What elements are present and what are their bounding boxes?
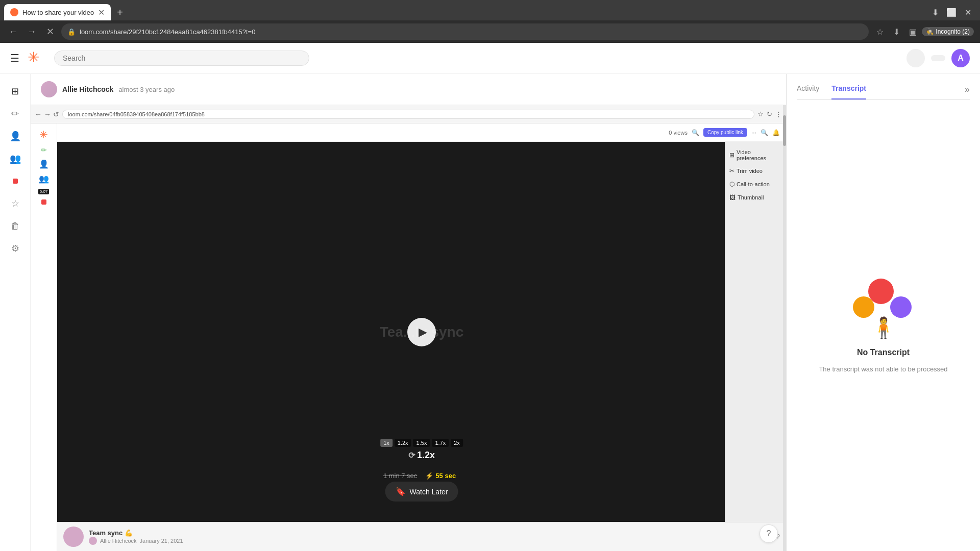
inner-icon-1[interactable]: ✏ — [41, 146, 47, 154]
no-transcript-desc: The transcript was not able to be proces… — [819, 365, 947, 373]
header-circle-1[interactable] — [906, 49, 925, 67]
loom-logo-icon: ✳ — [28, 49, 39, 65]
loom-logo: ✳ — [28, 49, 46, 67]
browser-chrome: How to share your video ✕ + ⬇ ⬜ ✕ ← → ✕ … — [0, 0, 980, 43]
play-button[interactable]: ▶ — [407, 318, 436, 346]
inner-search-icon[interactable]: 🔍 — [692, 129, 699, 136]
author-time: almost 3 years ago — [118, 86, 175, 93]
panel-expand-icon[interactable]: » — [965, 84, 970, 99]
menu-button[interactable]: ☰ — [10, 52, 19, 64]
inner-record-icon — [41, 199, 46, 205]
inner-back-button[interactable]: ← — [35, 110, 42, 118]
inner-toolbar-icons: ☆ ↻ ⋮ — [757, 110, 782, 118]
browser-toolbar: ← → ✕ 🔒 loom.com/share/29f210bc12484eaa8… — [0, 20, 980, 43]
speed-2x[interactable]: 2x — [451, 439, 463, 447]
author-avatar — [41, 81, 57, 97]
sidebar-item-trash[interactable]: 🗑 — [6, 217, 24, 235]
author-name: Allie Hitchcock — [62, 85, 113, 93]
close-tab-icon[interactable]: ✕ — [98, 8, 105, 17]
speed-1-7x[interactable]: 1.7x — [432, 439, 449, 447]
browser-tab-active[interactable]: How to share your video ✕ — [4, 4, 111, 20]
time-new: ⚡ 55 sec — [421, 470, 460, 481]
sidebar-item-home[interactable]: ⊞ — [6, 82, 24, 101]
inner-views: 0 views — [669, 130, 688, 136]
sidebar-item-edit[interactable]: ✏ — [6, 105, 24, 123]
inner-more-btn[interactable]: ··· — [751, 129, 756, 136]
inner-header: 0 views 🔍 Copy public link ··· 🔍 🔔 — [57, 123, 786, 142]
download-icon[interactable]: ⬇ — [889, 24, 903, 39]
image-icon: 🖼 — [729, 194, 736, 201]
sidebar-item-group[interactable]: 👥 — [6, 149, 24, 168]
inner-video-title: Team sync 💪 — [89, 529, 771, 537]
watch-later-button[interactable]: 🔖 Watch Later — [385, 482, 458, 502]
sidebar-item-user[interactable]: 👤 — [6, 127, 24, 145]
scrollbar[interactable] — [783, 105, 786, 551]
speed-1-2x[interactable]: 1.2x — [395, 439, 411, 447]
inner-menu-cta[interactable]: ⬡ Call-to-action — [729, 180, 782, 189]
inner-menu-thumbnail[interactable]: 🖼 Thumbnail — [729, 193, 782, 202]
tab-activity[interactable]: Activity — [797, 84, 819, 99]
window-minimize[interactable]: ⬇ — [929, 6, 941, 18]
grid-icon: ⊞ — [729, 152, 734, 159]
inner-address-bar[interactable]: loom.com/share/04fb05839405408ea868f174f… — [62, 110, 754, 119]
inner-icon-2[interactable]: 👤 — [39, 159, 49, 169]
inner-menu-trim[interactable]: ✂ Trim video — [729, 166, 782, 176]
inner-more-icon[interactable]: ⋮ — [775, 110, 782, 118]
figure-icon: 🧍 — [871, 316, 896, 340]
sidebar-item-settings[interactable]: ⚙ — [6, 239, 24, 258]
right-panel: Activity Transcript » 🧍 No Transcript Th… — [786, 74, 980, 551]
app-body: ⊞ ✏ 👤 👥 ☆ 🗑 ⚙ Allie Hitchcock almost 3 y… — [0, 74, 980, 551]
new-tab-button[interactable]: + — [113, 5, 127, 19]
window-close[interactable]: ✕ — [962, 6, 974, 18]
window-controls: ⬇ ⬜ ✕ — [929, 6, 980, 18]
inner-browser-toolbar: ← → ↺ loom.com/share/04fb05839405408ea86… — [31, 105, 786, 123]
inner-copy-btn[interactable]: Copy public link — [703, 128, 747, 137]
inner-reload-button[interactable]: ↺ — [53, 110, 59, 118]
reload-button[interactable]: ✕ — [43, 24, 57, 39]
inner-menu-video-prefs-label: Video preferences — [737, 149, 782, 161]
window-restore[interactable]: ⬜ — [945, 6, 958, 18]
tab-title: How to share your video — [22, 9, 94, 16]
lightning-icon: ⚡ — [425, 472, 433, 480]
scroll-thumb[interactable] — [783, 115, 786, 146]
back-button[interactable]: ← — [6, 24, 20, 39]
inner-bottom-bar: Team sync 💪 Allie Hitchcock January 21, … — [57, 522, 786, 551]
bookmark-icon[interactable]: ☆ — [873, 24, 887, 39]
speed-value: 1.2x — [417, 450, 435, 461]
search-bar[interactable] — [54, 51, 309, 66]
address-bar[interactable]: 🔒 loom.com/share/29f210bc12484eaa81ca462… — [61, 23, 869, 40]
tab-transcript[interactable]: Transcript — [831, 84, 866, 99]
inner-menu-trim-label: Trim video — [737, 168, 763, 174]
watch-later-icon: 🔖 — [396, 487, 406, 496]
user-avatar[interactable]: A — [951, 49, 970, 67]
inner-bell-icon[interactable]: 🔔 — [772, 129, 780, 136]
inner-refresh-icon[interactable]: ↻ — [767, 110, 772, 118]
inner-video-player[interactable]: Tea...ly sync ⊞ Video preferences — [57, 142, 786, 522]
no-transcript-area: 🧍 No Transcript The transcript was not a… — [797, 110, 970, 541]
inner-time-badge: 0:07 — [38, 189, 50, 194]
main-content: Allie Hitchcock almost 3 years ago ← → ↺ — [31, 74, 786, 551]
inner-menu-video-prefs[interactable]: ⊞ Video preferences — [729, 148, 782, 162]
search-input[interactable] — [54, 51, 309, 66]
inner-video-info: Team sync 💪 Allie Hitchcock January 21, … — [89, 529, 771, 545]
inner-menu-thumbnail-label: Thumbnail — [738, 194, 764, 201]
inner-author: Allie Hitchcock — [100, 538, 137, 544]
inner-forward-button[interactable]: → — [44, 110, 51, 118]
speed-1-5x[interactable]: 1.5x — [413, 439, 430, 447]
speed-overlay: 1x 1.2x 1.5x 1.7x 2x ⟳ 1.2 — [380, 439, 463, 461]
sidebar-item-record[interactable] — [6, 172, 24, 190]
inner-icon-3[interactable]: 👥 — [39, 174, 49, 184]
sidebar-item-star[interactable]: ☆ — [6, 194, 24, 213]
header-action-button[interactable] — [931, 55, 945, 61]
toolbar-icons: ☆ ⬇ ▣ 🕵 Incognito (2) — [873, 24, 974, 39]
speed-1x[interactable]: 1x — [380, 439, 393, 447]
inner-search-btn-2[interactable]: 🔍 — [761, 129, 768, 136]
inner-star-icon[interactable]: ☆ — [757, 110, 764, 118]
forward-button[interactable]: → — [24, 24, 39, 39]
help-button[interactable]: ? — [760, 524, 778, 543]
inner-user-avatar — [63, 527, 84, 547]
extensions-icon[interactable]: ▣ — [905, 24, 920, 39]
inner-sub-avatar — [89, 537, 97, 545]
record-icon — [13, 179, 18, 184]
lock-icon: 🔒 — [67, 28, 76, 36]
